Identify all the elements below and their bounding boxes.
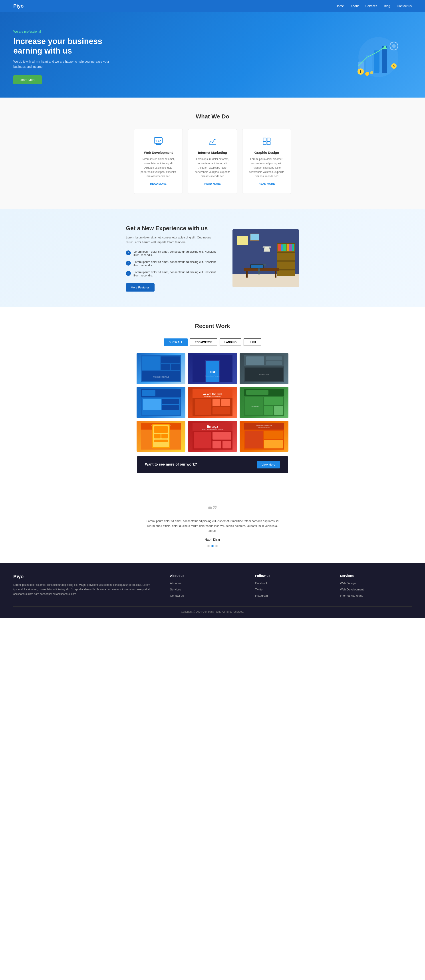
footer-instagram-link[interactable]: Instagram (255, 594, 268, 597)
nav-blog[interactable]: Blog (384, 4, 390, 8)
svg-rect-48 (237, 236, 248, 245)
svg-rect-68 (266, 356, 282, 360)
footer-about-title: About us (170, 574, 242, 578)
svg-rect-35 (281, 245, 283, 251)
dot-3[interactable] (216, 545, 217, 547)
footer-internet-marketing-link[interactable]: Internet Marketing (340, 594, 363, 597)
svg-text:WE ARE CREATIVE: WE ARE CREATIVE (153, 376, 169, 378)
svg-text:Construction Services: Construction Services (204, 396, 221, 397)
dot-1[interactable] (208, 545, 209, 547)
svg-rect-77 (162, 399, 179, 404)
design-read-more[interactable]: READ MORE (258, 182, 275, 185)
portfolio-item-3[interactable]: Architecture (239, 353, 289, 384)
svg-rect-32 (277, 261, 295, 262)
portfolio-item-7[interactable]: Small - Minimal Mobile Template (136, 421, 186, 452)
card-graphic-design: Graphic Design Lorem ipsum dolor sit ame… (242, 129, 291, 194)
recent-work-section: Recent Work SHOW ALL ECOMMERCE LANDING U… (0, 307, 425, 488)
footer-contact-link[interactable]: Contact us (170, 594, 184, 597)
nav-services[interactable]: Services (365, 4, 377, 8)
svg-rect-55 (161, 356, 180, 363)
svg-rect-83 (195, 399, 211, 415)
design-desc: Lorem ipsum dolor sit amet, consectetur … (249, 157, 285, 178)
svg-rect-111 (222, 441, 232, 449)
web-dev-desc: Lorem ipsum dolor sit amet, consectetur … (140, 157, 176, 178)
svg-rect-86 (212, 407, 230, 414)
svg-rect-102 (162, 434, 168, 438)
filter-ecommerce[interactable]: ECOMMERCE (190, 339, 217, 346)
more-features-button[interactable]: More Features (126, 283, 155, 291)
svg-rect-15 (155, 144, 161, 145)
web-dev-read-more[interactable]: READ MORE (150, 182, 167, 185)
hero-illustration: $ $ (345, 33, 412, 81)
filter-ui-kit[interactable]: UI KIT (244, 339, 261, 346)
filter-show-all[interactable]: SHOW ALL (164, 339, 188, 346)
filter-landing[interactable]: LANDING (220, 339, 242, 346)
testimonial-author: Nabil Dirar (13, 538, 412, 541)
svg-text:We Are The Best: We Are The Best (203, 393, 222, 395)
exp-item-2-text: Lorem ipsum dolor sit amet, consectetur … (133, 260, 219, 267)
svg-rect-92 (264, 406, 273, 415)
svg-rect-22 (263, 138, 266, 141)
svg-rect-38 (289, 244, 292, 251)
svg-text:Multipurpose Template: Multipurpose Template (258, 427, 270, 428)
footer-follow-title: Follow us (255, 574, 327, 578)
portfolio-item-5[interactable]: We Are The Best Construction Services (188, 387, 237, 418)
svg-rect-23 (267, 138, 270, 141)
portfolio-item-5-label: We Are The Best Construction Services (188, 387, 237, 418)
hero-learn-more-button[interactable]: Learn More (13, 75, 42, 84)
view-more-button[interactable]: View More (257, 461, 280, 468)
svg-text:News & Magazine Mobile Templat: News & Magazine Mobile Template (201, 429, 224, 430)
check-icon-2: ✓ (126, 261, 131, 266)
svg-rect-24 (263, 142, 266, 145)
marketing-read-more[interactable]: READ MORE (204, 182, 220, 185)
portfolio-item-6[interactable]: Gardening (239, 387, 289, 418)
footer-copyright: Copyright © 2024.Company name All rights… (13, 606, 412, 613)
nav-contact[interactable]: Contact us (397, 4, 412, 8)
nav-logo[interactable]: Piyo (13, 3, 24, 9)
dot-2[interactable] (211, 545, 214, 547)
quote-icon: ❝❞ (13, 504, 412, 514)
svg-rect-39 (292, 244, 294, 251)
portfolio-item-3-label: Architecture (239, 353, 289, 384)
footer-about-links: About us Services Contact us (170, 581, 242, 598)
footer-about-us-link[interactable]: About us (170, 582, 181, 585)
portfolio-item-2[interactable]: DIGO Elegant Mobile Template (188, 353, 237, 384)
portfolio-item-4[interactable] (136, 387, 186, 418)
portfolio-item-1[interactable]: WE ARE CREATIVE (136, 353, 186, 384)
svg-rect-37 (287, 244, 289, 251)
svg-rect-78 (162, 405, 179, 410)
svg-text:Emagz: Emagz (207, 425, 218, 428)
svg-rect-25 (267, 142, 270, 145)
svg-rect-49 (250, 234, 259, 240)
footer-web-design-link[interactable]: Web Design (340, 582, 356, 585)
footer-twitter-link[interactable]: Twitter (255, 588, 263, 591)
svg-rect-76 (143, 399, 161, 410)
footer-logo: Piyo (13, 574, 157, 579)
svg-line-18 (158, 139, 159, 142)
svg-text:$: $ (393, 65, 395, 68)
portfolio-item-6-label: Gardening (239, 387, 289, 418)
svg-text:Painting & Wallpapering: Painting & Wallpapering (257, 425, 272, 426)
footer-about-col: About us About us Services Contact us (170, 574, 242, 600)
design-icon (249, 137, 285, 147)
more-work-text: Want to see more of our work? (145, 463, 197, 466)
more-work-banner: Want to see more of our work? View More (137, 456, 288, 473)
svg-rect-108 (193, 432, 211, 449)
svg-rect-118 (264, 440, 283, 449)
web-dev-icon (140, 137, 176, 147)
svg-rect-84 (212, 399, 220, 406)
portfolio-item-8[interactable]: Emagz News & Magazine Mobile Template (188, 421, 237, 452)
recent-work-title: Recent Work (13, 323, 412, 329)
footer-facebook-link[interactable]: Facebook (255, 582, 268, 585)
exp-list-item: ✓ Lorem ipsum dolor sit amet, consectetu… (126, 250, 219, 257)
footer-description: Lorem ipsum dolor sit amet, consectetur … (13, 583, 157, 596)
nav-home[interactable]: Home (336, 4, 344, 8)
nav-about[interactable]: About (350, 4, 359, 8)
footer-services-link[interactable]: Services (170, 588, 181, 591)
what-we-do-title: What We Do (13, 113, 412, 120)
svg-rect-89 (246, 390, 268, 395)
footer-web-dev-link[interactable]: Web Development (340, 588, 364, 591)
portfolio-item-9[interactable]: Painting & Wallpapering Multipurpose Tem… (239, 421, 289, 452)
navbar: Piyo Home About Services Blog Contact us (0, 0, 425, 12)
portfolio-item-2-label: DIGO Elegant Mobile Template (188, 353, 237, 384)
